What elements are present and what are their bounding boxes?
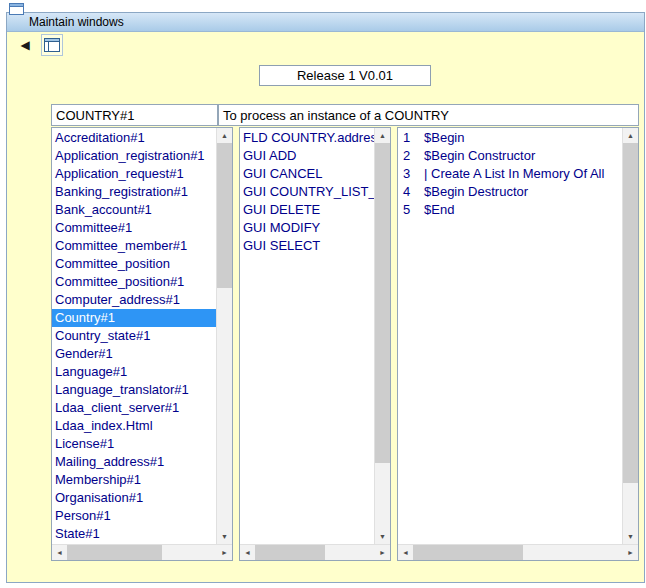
windows-list-item[interactable]: Language#1	[52, 363, 216, 381]
code-hscroll-track[interactable]	[413, 545, 623, 560]
scroll-left-icon[interactable]: ◄	[398, 545, 413, 560]
window-form-icon	[44, 38, 60, 52]
windows-listbox: Accreditation#1 Application_registration…	[51, 127, 233, 561]
windows-list-item[interactable]: Mailing_address#1	[52, 453, 216, 471]
release-version-label: Release 1 V0.01	[297, 68, 393, 83]
code-list-item[interactable]: 1 $Begin	[398, 129, 622, 147]
window-description-field[interactable]: To process an instance of a COUNTRY	[218, 104, 639, 126]
scroll-right-icon[interactable]: ►	[623, 545, 638, 560]
window-name-field[interactable]: COUNTRY#1	[51, 104, 218, 126]
code-vertical-scrollbar[interactable]: ▲ ▼	[622, 128, 638, 544]
windows-list-item[interactable]: Ldaa_index.Html	[52, 417, 216, 435]
release-version-box: Release 1 V0.01	[259, 65, 431, 86]
windows-list: Accreditation#1 Application_registration…	[52, 128, 216, 544]
code-line-text: $Begin Constructor	[419, 147, 535, 165]
windows-list-item[interactable]: Bank_account#1	[52, 201, 216, 219]
title-bar: Maintain windows	[7, 13, 644, 32]
code-line-text: $Begin Destructor	[419, 183, 528, 201]
components-list-item[interactable]: GUI COUNTRY_LIST_	[240, 183, 374, 201]
windows-list-item[interactable]: Committee#1	[52, 219, 216, 237]
components-listbox: FLD COUNTRY.addres GUI ADD GUI CANCEL GU…	[239, 127, 391, 561]
window-list-button[interactable]	[41, 34, 63, 56]
windows-list-item[interactable]: State#1	[52, 525, 216, 543]
back-button[interactable]: ◀	[15, 35, 35, 55]
components-list-item[interactable]: GUI SELECT	[240, 237, 374, 255]
code-line-text: $End	[419, 201, 454, 219]
windows-hscroll-track[interactable]	[67, 545, 217, 560]
components-hscroll-track[interactable]	[255, 545, 375, 560]
components-list: FLD COUNTRY.addres GUI ADD GUI CANCEL GU…	[240, 128, 374, 544]
windows-list-item[interactable]: Ldaa_client_server#1	[52, 399, 216, 417]
windows-list-item[interactable]: Country#1	[52, 309, 216, 327]
components-vscroll-thumb[interactable]	[375, 143, 390, 463]
scroll-down-icon[interactable]: ▼	[623, 529, 638, 544]
components-list-item[interactable]: GUI ADD	[240, 147, 374, 165]
windows-vertical-scrollbar[interactable]: ▲ ▼	[216, 128, 232, 544]
windows-list-item[interactable]: Committee_position	[52, 255, 216, 273]
code-list-item[interactable]: 2 $Begin Constructor	[398, 147, 622, 165]
code-horizontal-scrollbar[interactable]: ◄ ►	[398, 544, 638, 560]
code-line-number: 2	[403, 147, 419, 165]
back-arrow-icon: ◀	[20, 38, 29, 52]
scroll-right-icon[interactable]: ►	[375, 545, 390, 560]
code-line-number: 4	[403, 183, 419, 201]
scroll-left-icon[interactable]: ◄	[52, 545, 67, 560]
maintain-windows-window: Maintain windows ◀ Release 1 V0.01 COUNT…	[6, 12, 645, 583]
scroll-left-icon[interactable]: ◄	[240, 545, 255, 560]
window-title: Maintain windows	[29, 15, 124, 29]
code-line-text: $Begin	[419, 129, 464, 147]
scroll-right-icon[interactable]: ►	[217, 545, 232, 560]
components-list-item[interactable]: FLD COUNTRY.addres	[240, 129, 374, 147]
code-listbox: 1 $Begin 2 $Begin Constructor 3 | Create…	[397, 127, 639, 561]
code-vscroll-track[interactable]	[623, 143, 638, 529]
window-icon	[9, 3, 24, 15]
components-list-item[interactable]: GUI MODIFY	[240, 219, 374, 237]
windows-list-item[interactable]: Application_request#1	[52, 165, 216, 183]
windows-vscroll-track[interactable]	[217, 143, 232, 529]
windows-list-item[interactable]: Committee_member#1	[52, 237, 216, 255]
components-vscroll-track[interactable]	[375, 143, 390, 529]
windows-list-item[interactable]: Membership#1	[52, 471, 216, 489]
code-hscroll-thumb[interactable]	[413, 545, 523, 560]
scroll-up-icon[interactable]: ▲	[623, 128, 638, 143]
windows-list-item[interactable]: Organisation#1	[52, 489, 216, 507]
scroll-up-icon[interactable]: ▲	[375, 128, 390, 143]
window-name-value: COUNTRY#1	[56, 108, 135, 123]
windows-list-item[interactable]: Banking_registration#1	[52, 183, 216, 201]
components-list-item[interactable]: GUI DELETE	[240, 201, 374, 219]
scroll-up-icon[interactable]: ▲	[217, 128, 232, 143]
windows-list-item[interactable]: License#1	[52, 435, 216, 453]
windows-list-item[interactable]: Language_translator#1	[52, 381, 216, 399]
components-list-item[interactable]: GUI CANCEL	[240, 165, 374, 183]
window-description-value: To process an instance of a COUNTRY	[223, 108, 449, 123]
windows-list-item[interactable]: Gender#1	[52, 345, 216, 363]
code-list-item[interactable]: 3 | Create A List In Memory Of All	[398, 165, 622, 183]
code-list-item[interactable]: 5 $End	[398, 201, 622, 219]
windows-list-item[interactable]: Person#1	[52, 507, 216, 525]
windows-hscroll-thumb[interactable]	[67, 545, 162, 560]
code-list-item[interactable]: 4 $Begin Destructor	[398, 183, 622, 201]
components-horizontal-scrollbar[interactable]: ◄ ►	[240, 544, 390, 560]
windows-list-item[interactable]: Accreditation#1	[52, 129, 216, 147]
code-line-text: | Create A List In Memory Of All	[419, 165, 604, 183]
code-vscroll-thumb[interactable]	[623, 143, 638, 483]
windows-list-item[interactable]: Application_registration#1	[52, 147, 216, 165]
windows-list-item[interactable]: Country_state#1	[52, 327, 216, 345]
code-line-number: 3	[403, 165, 419, 183]
scroll-down-icon[interactable]: ▼	[375, 529, 390, 544]
components-vertical-scrollbar[interactable]: ▲ ▼	[374, 128, 390, 544]
components-hscroll-thumb[interactable]	[255, 545, 325, 560]
windows-vscroll-thumb[interactable]	[217, 143, 232, 288]
code-line-number: 5	[403, 201, 419, 219]
window-icon-titlebar	[10, 4, 23, 7]
scroll-down-icon[interactable]: ▼	[217, 529, 232, 544]
windows-list-item[interactable]: Committee_position#1	[52, 273, 216, 291]
windows-horizontal-scrollbar[interactable]: ◄ ►	[52, 544, 232, 560]
windows-list-item[interactable]: Computer_address#1	[52, 291, 216, 309]
code-list: 1 $Begin 2 $Begin Constructor 3 | Create…	[398, 128, 622, 544]
code-line-number: 1	[403, 129, 419, 147]
